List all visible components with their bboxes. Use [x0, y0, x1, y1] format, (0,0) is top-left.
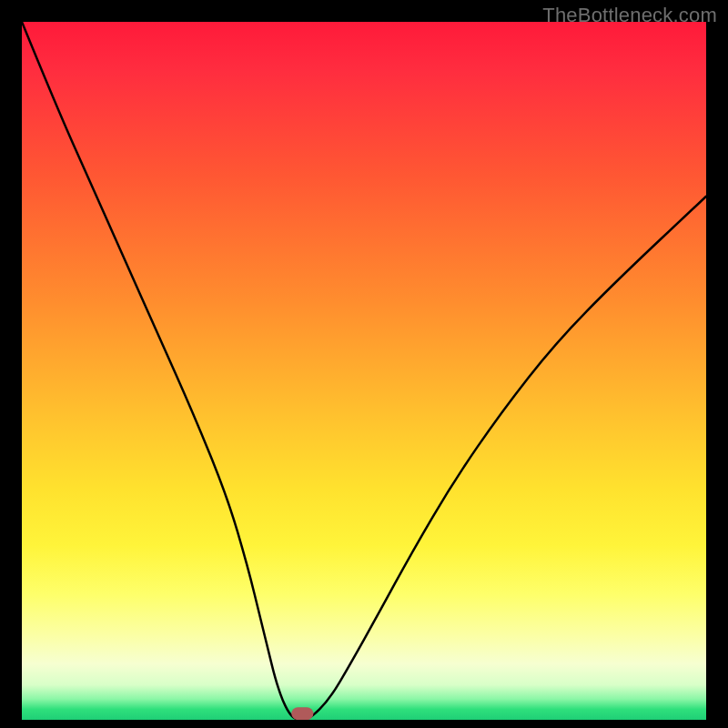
minimum-marker: [22, 22, 706, 720]
plot-area: [22, 22, 706, 720]
watermark-text: TheBottleneck.com: [542, 4, 717, 27]
svg-rect-0: [291, 707, 313, 720]
